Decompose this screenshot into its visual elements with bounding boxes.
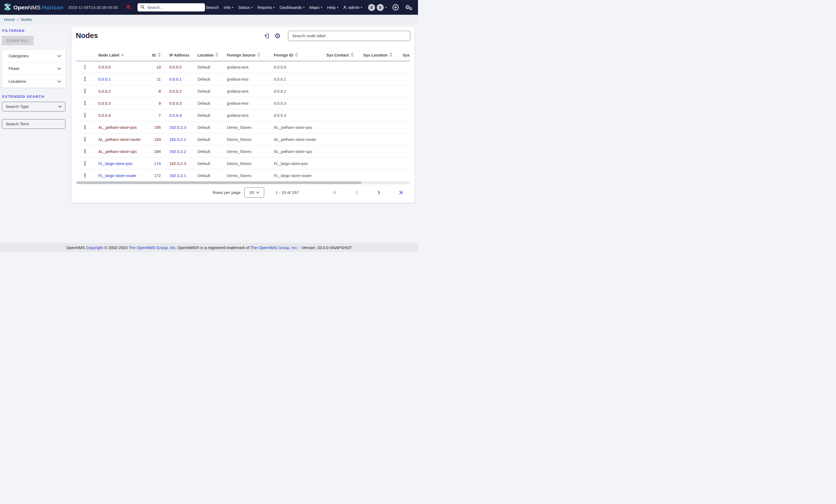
next-page-icon[interactable] bbox=[375, 189, 382, 196]
footer-link[interactable]: The OpenNMS Group, Inc. bbox=[250, 245, 298, 250]
node-id-link[interactable]: 174 bbox=[154, 161, 161, 166]
node-foreign-id-cell: AL_pelham-store-ups bbox=[269, 146, 322, 157]
nodes-table: Node LabelIDIP AddressLocationForeign So… bbox=[76, 50, 410, 181]
horizontal-scrollbar[interactable] bbox=[76, 181, 410, 184]
export-download-icon[interactable] bbox=[263, 33, 270, 39]
sort-toggle-icon bbox=[158, 53, 161, 58]
node-id-link[interactable]: 7 bbox=[159, 113, 161, 118]
node-label-link[interactable]: 0.0.0.1 bbox=[98, 77, 111, 81]
footer-text: © 2002-2023 bbox=[103, 245, 129, 250]
first-page-icon[interactable] bbox=[331, 189, 338, 196]
column-header-foreign-id[interactable]: Foreign ID bbox=[274, 53, 298, 58]
node-sys-contact-cell bbox=[322, 170, 359, 181]
node-ip-link[interactable]: 0.0.0.0 bbox=[169, 65, 182, 70]
chevron-down-icon bbox=[57, 54, 61, 58]
node-id-link[interactable]: 195 bbox=[154, 125, 161, 130]
node-label-link[interactable]: 0.0.0.3 bbox=[98, 101, 111, 105]
row-actions-kebab-icon[interactable] bbox=[83, 75, 87, 83]
row-actions-kebab-icon[interactable] bbox=[83, 111, 87, 119]
outages-badge[interactable]: 0 bbox=[377, 4, 384, 11]
node-ip-link[interactable]: 0.0.0.2 bbox=[169, 89, 182, 94]
notification-badges[interactable]: 0 0 ▾ bbox=[368, 4, 387, 11]
horizontal-scrollbar-thumb[interactable] bbox=[77, 181, 361, 184]
column-header-foreign-source[interactable]: Foreign Source bbox=[227, 53, 260, 58]
column-header-node-label[interactable]: Node Label bbox=[98, 53, 124, 57]
accordion-locations[interactable]: Locations bbox=[2, 75, 65, 88]
nav-item-reports[interactable]: Reports ▾ bbox=[258, 5, 274, 10]
admin-gears-icon[interactable]: ⚙ ⚙ bbox=[405, 4, 414, 11]
column-header-location[interactable]: Location bbox=[197, 53, 218, 58]
node-label-link[interactable]: 0.0.0.4 bbox=[98, 113, 111, 118]
search-type-select[interactable]: Search Type bbox=[2, 102, 65, 111]
node-id-link[interactable]: 8 bbox=[159, 89, 161, 94]
row-actions-kebab-icon[interactable] bbox=[83, 123, 87, 131]
node-ip-link[interactable]: 0.0.0.4 bbox=[169, 113, 182, 118]
nav-item-search[interactable]: Search ▾ bbox=[206, 5, 219, 10]
breadcrumb-nodes[interactable]: Nodes bbox=[21, 17, 32, 22]
node-label-link[interactable]: 0.0.0.2 bbox=[98, 89, 111, 94]
row-actions-kebab-icon[interactable] bbox=[83, 99, 87, 107]
row-actions-kebab-icon[interactable] bbox=[83, 160, 87, 167]
nav-item-help[interactable]: Help ▾ bbox=[327, 5, 338, 10]
nav-item-status[interactable]: Status ▾ bbox=[238, 5, 253, 10]
footer-link[interactable]: Copyright bbox=[86, 245, 103, 250]
column-header-sys-description[interactable]: Sys Description bbox=[403, 53, 410, 58]
chevron-down-icon bbox=[256, 192, 259, 194]
node-ip-link[interactable]: 192.0.2.3 bbox=[169, 161, 186, 166]
row-actions-kebab-icon[interactable] bbox=[83, 87, 87, 95]
node-id-link[interactable]: 10 bbox=[156, 65, 161, 70]
node-label-link[interactable]: FL_largo-store-pos bbox=[98, 161, 132, 166]
previous-page-icon[interactable] bbox=[354, 189, 360, 196]
row-actions-kebab-icon[interactable] bbox=[83, 148, 87, 155]
node-ip-link[interactable]: 0.0.0.3 bbox=[169, 101, 182, 105]
node-foreign-source-cell: grafana-test bbox=[223, 73, 269, 85]
footer-link[interactable]: The OpenNMS Group, Inc. bbox=[129, 245, 176, 250]
notices-badge[interactable]: 0 bbox=[368, 4, 375, 11]
node-foreign-id-cell: 0.0.0.2 bbox=[269, 85, 322, 97]
nav-item-info[interactable]: Info ▾ bbox=[224, 5, 233, 10]
clear-all-button[interactable]: CLEAR ALL bbox=[2, 36, 34, 45]
node-id-link[interactable]: 194 bbox=[154, 149, 161, 154]
row-actions-kebab-icon[interactable] bbox=[83, 136, 87, 143]
search-term-field bbox=[2, 119, 65, 129]
nav-item-admin[interactable]: admin ▾ bbox=[343, 5, 362, 10]
quick-add-node-icon[interactable] bbox=[392, 3, 400, 12]
node-ip-link[interactable]: 192.0.2.2 bbox=[169, 149, 186, 154]
node-ip-link[interactable]: 192.0.2.1 bbox=[169, 137, 186, 142]
node-label-link[interactable]: AL_pelham-store-ups bbox=[98, 149, 137, 154]
column-header-sys-contact[interactable]: Sys Contact bbox=[326, 53, 354, 58]
node-id-link[interactable]: 9 bbox=[159, 101, 161, 105]
node-foreign-id-cell: AL_pelham-store-router bbox=[269, 133, 322, 146]
column-header-id[interactable]: ID bbox=[152, 53, 161, 58]
column-header-sys-location[interactable]: Sys Location bbox=[363, 53, 392, 58]
notifications-off-bell-icon[interactable] bbox=[125, 4, 132, 11]
accordion-flows[interactable]: Flows bbox=[2, 62, 65, 75]
row-actions-kebab-icon[interactable] bbox=[83, 172, 87, 179]
node-id-link[interactable]: 193 bbox=[154, 137, 161, 142]
node-label-link[interactable]: FL_largo-store-router bbox=[98, 173, 136, 178]
last-page-icon[interactable] bbox=[397, 189, 404, 196]
row-actions-kebab-icon[interactable] bbox=[83, 63, 87, 71]
nav-item-maps[interactable]: Maps ▾ bbox=[309, 5, 322, 10]
node-ip-link[interactable]: 192.0.2.3 bbox=[169, 125, 186, 130]
pager-buttons bbox=[317, 189, 404, 196]
table-settings-gear-icon[interactable]: ⚙ bbox=[274, 32, 281, 40]
rows-per-page-select[interactable]: 10 bbox=[244, 188, 264, 198]
node-label-link[interactable]: 0.0.0.0 bbox=[98, 65, 111, 70]
nodes-card: Nodes ⚙ bbox=[72, 27, 415, 203]
node-label-link[interactable]: AL_pelham-store-router bbox=[98, 137, 141, 142]
node-ip-link[interactable]: 192.0.2.1 bbox=[169, 173, 186, 178]
node-label-search-input[interactable] bbox=[292, 34, 406, 38]
accordion-categories[interactable]: Categories bbox=[2, 50, 65, 62]
node-label-search-box bbox=[288, 31, 410, 41]
nav-item-dashboards[interactable]: Dashboards ▾ bbox=[280, 5, 305, 10]
global-search-input[interactable] bbox=[147, 5, 202, 9]
node-id-link[interactable]: 172 bbox=[154, 173, 161, 178]
node-label-link[interactable]: AL_pelham-store-pos bbox=[98, 125, 137, 130]
node-id-link[interactable]: 11 bbox=[156, 77, 161, 81]
nodes-table-wrap: Node LabelIDIP AddressLocationForeign So… bbox=[76, 50, 410, 181]
brand-logo[interactable]: OpenNMSHorizon bbox=[4, 3, 63, 12]
breadcrumb-home[interactable]: Home bbox=[4, 17, 15, 22]
search-term-input[interactable] bbox=[6, 121, 62, 127]
node-ip-link[interactable]: 0.0.0.1 bbox=[169, 77, 182, 81]
